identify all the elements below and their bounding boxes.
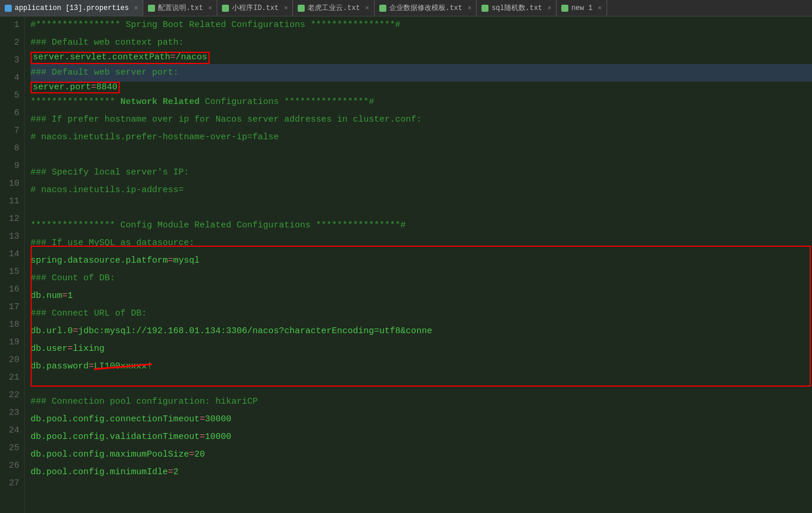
comment-text: ### If use MySQL as datasource: <box>31 234 194 252</box>
code-line: #**************** Spring Boot Related Co… <box>31 16 812 34</box>
code-value: lixing <box>73 340 105 358</box>
code-line: db.pool.config.minimumIdle=2 <box>31 464 812 481</box>
line-number: 27 <box>2 475 19 492</box>
code-equals: = <box>170 52 176 62</box>
code-line: db.user=lixing <box>31 340 812 358</box>
line-number: 12 <box>2 210 19 228</box>
tab-file-icon <box>148 5 155 12</box>
tab-tab1[interactable]: application [13].properties× <box>0 0 143 16</box>
tab-label: 企业数据修改模板.txt <box>389 3 463 13</box>
code-line: db.num=1 <box>31 287 812 305</box>
code-line: db.pool.config.connectionTimeout=30000 <box>31 411 812 428</box>
code-key: db.url.0 <box>31 323 73 340</box>
line-number: 18 <box>2 316 19 334</box>
editor-container: 1234567891011121314151617181920212223242… <box>0 16 812 513</box>
redacted-password: LI100xxxxx! <box>94 358 152 375</box>
code-line: db.url.0=jdbc:mysql://192.168.01.134:330… <box>31 323 812 340</box>
code-line <box>31 375 812 393</box>
code-line: # nacos.inetutils.prefer-hostname-over-i… <box>31 129 812 146</box>
line-number: 19 <box>2 334 19 351</box>
code-line: **************** Config Module Related C… <box>31 217 812 234</box>
code-equals: = <box>189 446 194 464</box>
tab-label: sql随机数.txt <box>491 3 542 13</box>
code-line: server.port=8840 <box>31 82 812 94</box>
line-number: 9 <box>2 157 19 175</box>
line-number: 10 <box>2 175 19 193</box>
tab-label: 小程序ID.txt <box>232 3 278 13</box>
line-number: 4 <box>2 69 19 87</box>
code-equals: = <box>91 82 96 92</box>
line-number: 23 <box>2 404 19 422</box>
line-number: 13 <box>2 228 19 246</box>
tab-close-button[interactable]: × <box>598 5 602 12</box>
comment-text: # nacos.inetutils.ip-address= <box>31 182 184 199</box>
tab-close-button[interactable]: × <box>468 5 472 12</box>
tab-close-button[interactable]: × <box>365 5 369 12</box>
tab-file-icon <box>5 5 12 12</box>
line-number: 21 <box>2 369 19 387</box>
code-key: db.user <box>31 340 68 358</box>
line-number: 5 <box>2 87 19 105</box>
code-value: 1 <box>68 287 73 305</box>
code-line: ### Specify local server's IP: <box>31 164 812 182</box>
code-line: db.pool.config.maximumPoolSize=20 <box>31 446 812 464</box>
tab-file-icon <box>481 5 488 12</box>
tab-tab3[interactable]: 小程序ID.txt× <box>217 0 293 16</box>
code-line: spring.datasource.platform=mysql <box>31 252 812 270</box>
code-key: db.pool.config.validationTimeout <box>31 428 200 446</box>
comment-text: ### If prefer hostname over ip for Nacos… <box>31 111 422 129</box>
code-equals: = <box>168 464 173 481</box>
code-equals: = <box>89 358 94 375</box>
code-line: db.pool.config.validationTimeout=10000 <box>31 428 812 446</box>
code-key: server.servlet.contextPath <box>33 52 170 62</box>
code-line: ### Connection pool configuration: hikar… <box>31 393 812 411</box>
comment-text: ### Default web server port: <box>31 64 178 82</box>
comment-text: **************** Network Related Configu… <box>31 93 374 111</box>
code-line: ### Connect URL of DB: <box>31 305 812 323</box>
code-key: db.pool.config.connectionTimeout <box>31 411 200 428</box>
tab-tab5[interactable]: 企业数据修改模板.txt× <box>375 0 477 16</box>
line-number: 25 <box>2 440 19 457</box>
line-number: 11 <box>2 193 19 210</box>
code-value: 2 <box>173 464 178 481</box>
line-number: 2 <box>2 34 19 52</box>
code-value: 30000 <box>205 411 231 428</box>
comment-text: # nacos.inetutils.prefer-hostname-over-i… <box>31 129 279 146</box>
code-value: 20 <box>194 446 205 464</box>
tab-tab6[interactable]: sql随机数.txt× <box>477 0 557 16</box>
highlighted-box: server.port=8840 <box>31 82 120 94</box>
code-key: db.num <box>31 287 62 305</box>
code-line: db.password=LI100xxxxx! <box>31 358 812 375</box>
line-number: 6 <box>2 105 19 122</box>
code-equals: = <box>200 411 205 428</box>
code-line: **************** Network Related Configu… <box>31 93 812 111</box>
tab-tab2[interactable]: 配置说明.txt× <box>143 0 217 16</box>
editor-wrapper: #**************** Spring Boot Related Co… <box>25 16 812 513</box>
code-equals: = <box>200 428 205 446</box>
tab-close-button[interactable]: × <box>548 5 552 12</box>
line-number: 17 <box>2 299 19 316</box>
code-key: server.port <box>33 82 91 92</box>
line-number: 7 <box>2 122 19 140</box>
code-line <box>31 146 812 164</box>
tab-tab7[interactable]: new 1× <box>557 0 607 16</box>
code-line: # nacos.inetutils.ip-address= <box>31 182 812 199</box>
tab-tab4[interactable]: 老虎工业云.txt× <box>293 0 374 16</box>
tab-label: new 1 <box>571 4 592 12</box>
code-line <box>31 199 812 217</box>
line-number: 15 <box>2 263 19 281</box>
code-equals: = <box>68 340 73 358</box>
code-key: db.password <box>31 358 89 375</box>
tab-close-button[interactable]: × <box>208 5 213 12</box>
code-line: ### Default web server port: <box>31 64 812 82</box>
line-number: 14 <box>2 246 19 263</box>
line-number: 1 <box>2 16 19 34</box>
code-equals: = <box>73 323 78 340</box>
tab-close-button[interactable]: × <box>284 5 288 12</box>
code-value: 10000 <box>205 428 231 446</box>
comment-text: ### Count of DB: <box>31 270 115 287</box>
comment-text: ### Connect URL of DB: <box>31 305 147 323</box>
tab-close-button[interactable]: × <box>134 5 138 12</box>
code-equals: = <box>168 252 173 270</box>
code-value: 8840 <box>96 82 117 92</box>
